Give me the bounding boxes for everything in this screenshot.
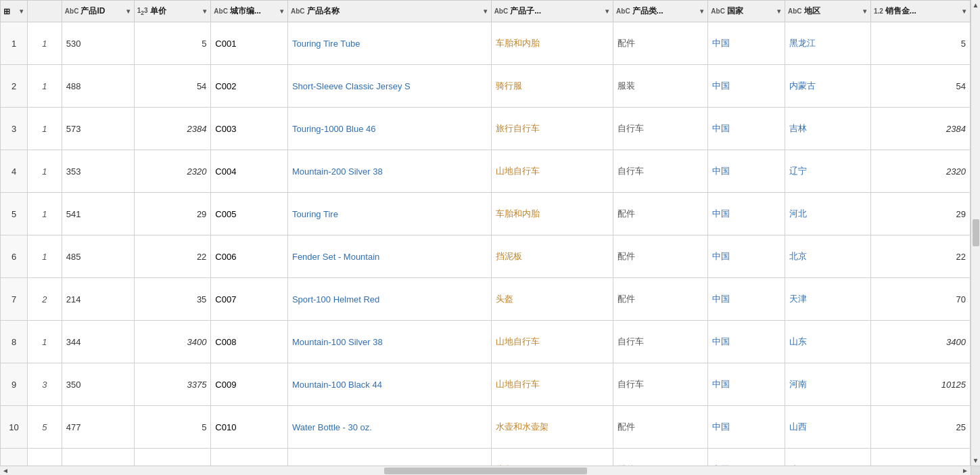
table-row[interactable]: 5154129C005Touring Tire车胎和内胎配件中国河北29 <box>1 193 971 235</box>
cell-sub: 车胎和内胎 <box>491 193 613 235</box>
scroll-down-arrow[interactable]: ▼ <box>971 455 980 466</box>
col-label-name: 产品名称 <box>307 5 340 17</box>
table-row[interactable]: 115305C001Touring Tire Tube车胎和内胎配件中国黑龙江5 <box>1 22 971 65</box>
col-label-ptype: 产品类... <box>632 5 663 17</box>
cell-price: 35 <box>134 449 211 466</box>
cell-price: 54 <box>134 65 211 108</box>
table-row[interactable]: 7221435C007Sport-100 Helmet Red头盔配件中国天津7… <box>1 278 971 321</box>
cell-price: 22 <box>134 235 211 278</box>
cell-rownum: 7 <box>1 278 28 321</box>
table-row[interactable]: 2148854C002Short-Sleeve Classic Jersey S… <box>1 65 971 108</box>
table-row[interactable]: 413532320C004Mountain-200 Silver 38山地自行车… <box>1 150 971 193</box>
cell-sub: 头盔 <box>491 449 613 466</box>
col-header-sales[interactable]: 1.2 销售金... ▾ <box>870 1 970 22</box>
cell-price: 5 <box>134 406 211 449</box>
cell-sub: 山地自行车 <box>491 321 613 363</box>
table-row[interactable]: 6148522C006Fender Set - Mountain挡泥板配件中国北… <box>1 235 971 278</box>
cell-citycode: C005 <box>211 193 288 235</box>
cell-sales: 10125 <box>870 363 970 406</box>
col-dropdown-citycode[interactable]: ▾ <box>279 7 285 15</box>
col-header-sub[interactable]: AbC 产品子... ▾ <box>491 1 613 22</box>
col-header-ptype[interactable]: AbC 产品类... ▾ <box>613 1 708 22</box>
cell-price: 29 <box>134 193 211 235</box>
col-dropdown-price[interactable]: ▾ <box>202 7 208 15</box>
col-dropdown-region[interactable]: ▾ <box>862 7 868 15</box>
cell-iter: 2 <box>28 278 62 321</box>
type-icon-sub: AbC <box>494 7 509 15</box>
table-row[interactable]: 933503375C009Mountain-100 Black 44山地自行车自… <box>1 363 971 406</box>
cell-price: 35 <box>134 278 211 321</box>
table-select-icon[interactable]: ⊞ <box>3 7 10 16</box>
vertical-scrollbar[interactable]: ▲ ▼ <box>971 0 980 466</box>
cell-sales: 70 <box>870 278 970 321</box>
cell-region: 内蒙古 <box>785 65 870 108</box>
cell-rownum: 4 <box>1 150 28 193</box>
cell-name: Fender Set - Mountain <box>287 235 491 278</box>
cell-rownum: 3 <box>1 108 28 150</box>
col-label-region: 地区 <box>804 5 820 17</box>
col-header-country[interactable]: AbC 国家 ▾ <box>708 1 785 22</box>
cell-ptype: 自行车 <box>613 108 708 150</box>
cell-sales: 54 <box>870 65 970 108</box>
data-table: ⊞ ▾ AbC 产品ID ▾ <box>0 0 980 475</box>
header-row: ⊞ ▾ AbC 产品ID ▾ <box>1 1 971 22</box>
scroll-thumb-v[interactable] <box>973 219 979 246</box>
horizontal-scrollbar[interactable]: ◄ ► <box>0 466 971 475</box>
cell-pid: 214 <box>62 278 134 321</box>
cell-citycode: C010 <box>211 406 288 449</box>
scroll-up-arrow[interactable]: ▲ <box>971 0 980 10</box>
corner-dropdown[interactable]: ▾ <box>18 7 24 15</box>
cell-iter: 5 <box>28 406 62 449</box>
cell-iter: 1 <box>28 65 62 108</box>
col-header-region[interactable]: AbC 地区 ▾ <box>785 1 870 22</box>
cell-pid: 573 <box>62 108 134 150</box>
cell-price: 5 <box>134 22 211 65</box>
col-header-citycode[interactable]: AbC 城市编... ▾ <box>211 1 288 22</box>
cell-iter: 1 <box>28 108 62 150</box>
cell-sub: 山地自行车 <box>491 150 613 193</box>
cell-country: 中国 <box>708 235 785 278</box>
scroll-thumb-h[interactable] <box>384 468 587 474</box>
cell-ptype: 服装 <box>613 65 708 108</box>
scroll-right-arrow[interactable]: ► <box>960 467 971 474</box>
cell-name: Sport-100 Helmet Black <box>287 449 491 466</box>
cell-citycode: C004 <box>211 150 288 193</box>
cell-iter: 1 <box>28 449 62 466</box>
col-dropdown-name[interactable]: ▾ <box>482 7 488 15</box>
cell-country: 中国 <box>708 363 785 406</box>
cell-region: 山西 <box>785 406 870 449</box>
table-row[interactable]: 11131735C011Sport-100 Helmet Black头盔配件中国… <box>1 449 971 466</box>
cell-rownum: 1 <box>1 22 28 65</box>
col-header-iter[interactable] <box>28 1 62 22</box>
table-row[interactable]: 315732384C003Touring-1000 Blue 46旅行自行车自行… <box>1 108 971 150</box>
cell-sub: 挡泥板 <box>491 235 613 278</box>
cell-iter: 1 <box>28 193 62 235</box>
col-label-price: 单价 <box>150 5 166 17</box>
cell-region: 陕西 <box>785 449 870 466</box>
cell-name: Mountain-200 Silver 38 <box>287 150 491 193</box>
cell-country: 中国 <box>708 65 785 108</box>
scroll-left-arrow[interactable]: ◄ <box>0 467 11 474</box>
table-row[interactable]: 1054775C010Water Bottle - 30 oz.水壶和水壶架配件… <box>1 406 971 449</box>
cell-ptype: 自行车 <box>613 363 708 406</box>
col-label-pid: 产品ID <box>80 5 105 17</box>
cell-pid: 317 <box>62 449 134 466</box>
col-dropdown-sub[interactable]: ▾ <box>604 7 610 15</box>
col-header-pid[interactable]: AbC 产品ID ▾ <box>62 1 134 22</box>
col-dropdown-ptype[interactable]: ▾ <box>699 7 705 15</box>
cell-country: 中国 <box>708 406 785 449</box>
cell-region: 吉林 <box>785 108 870 150</box>
cell-iter: 1 <box>28 235 62 278</box>
cell-ptype: 配件 <box>613 278 708 321</box>
cell-country: 中国 <box>708 449 785 466</box>
col-dropdown-pid[interactable]: ▾ <box>125 7 131 15</box>
cell-country: 中国 <box>708 150 785 193</box>
table-row[interactable]: 813443400C008Mountain-100 Silver 38山地自行车… <box>1 321 971 363</box>
col-header-price[interactable]: 123 单价 ▾ <box>134 1 211 22</box>
col-dropdown-country[interactable]: ▾ <box>776 7 782 15</box>
cell-name: Sport-100 Helmet Red <box>287 278 491 321</box>
cell-sales: 2384 <box>870 108 970 150</box>
col-header-name[interactable]: AbC 产品名称 ▾ <box>287 1 491 22</box>
cell-sub: 旅行自行车 <box>491 108 613 150</box>
col-dropdown-sales[interactable]: ▾ <box>961 7 967 15</box>
